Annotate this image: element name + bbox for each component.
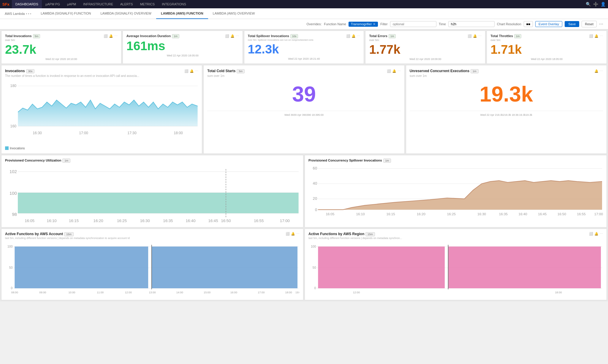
svg-text:17:00: 17:00 <box>594 212 603 216</box>
logo: SFx <box>2 2 10 7</box>
svg-text:16:05: 16:05 <box>326 212 334 216</box>
more-icon[interactable]: ⋯ <box>600 232 603 236</box>
svg-text:100: 100 <box>7 245 13 248</box>
copy-icon[interactable]: ⬜ <box>468 34 472 38</box>
svg-text:0: 0 <box>11 287 13 290</box>
function-name-label: Function Name <box>324 22 346 26</box>
bell-icon[interactable]: 🔔 <box>190 69 194 73</box>
copy-icon[interactable]: ⬜ <box>225 34 229 38</box>
time-input[interactable] <box>448 21 495 27</box>
nav-alerts[interactable]: ALERTS <box>117 0 137 8</box>
svg-text:16:40: 16:40 <box>186 219 195 223</box>
svg-text:12:00: 12:00 <box>353 291 360 294</box>
nav-uapm-pg[interactable]: µAPM PG <box>42 0 64 8</box>
svg-text:14:00: 14:00 <box>176 291 183 294</box>
svg-text:10:00: 10:00 <box>68 291 75 294</box>
svg-text:12:00: 12:00 <box>125 291 132 294</box>
reset-button[interactable]: Reset <box>582 21 597 27</box>
copy-icon[interactable]: ⬜ <box>589 34 593 38</box>
copy-icon[interactable]: ⬜ <box>184 69 189 73</box>
save-button[interactable]: Save <box>565 21 579 27</box>
svg-text:16:15: 16:15 <box>387 212 395 216</box>
filter-input[interactable] <box>390 21 436 27</box>
more-icon[interactable]: ⋯ <box>398 69 401 73</box>
svg-text:16:40: 16:40 <box>519 212 528 216</box>
nav-uapm[interactable]: µAPM <box>64 0 80 8</box>
tab-lambda-sfx-overview[interactable]: LAMBDA (SIGNALFX) OVERVIEW <box>96 8 156 19</box>
tab-lambda-sfx-function[interactable]: LAMBDA (SIGNALFX) FUNCTION <box>36 8 96 19</box>
nav-dashboards[interactable]: DASHBOARDS <box>12 0 42 8</box>
bell-icon[interactable]: 🔔 <box>109 34 113 38</box>
search-icon[interactable]: 🔍 <box>586 2 591 7</box>
svg-text:16:20: 16:20 <box>417 212 426 216</box>
function-tag[interactable]: Transmogrifier ✕ <box>349 22 378 27</box>
nav-metrics[interactable]: METRICS <box>137 0 159 8</box>
nav-integrations[interactable]: INTEGRATIONS <box>158 0 190 8</box>
tab-lambda-aws-function[interactable]: LAMBDA (AWS) FUNCTION <box>156 8 208 19</box>
svg-rect-53 <box>15 246 148 288</box>
prov-util-svg: 102 100 98 16:05 16:10 16:15 16:20 16:25… <box>5 164 300 223</box>
add-icon[interactable]: ➕ <box>593 2 598 7</box>
bell-icon[interactable]: 🔔 <box>473 34 477 38</box>
legend-label: Invocations <box>10 147 25 150</box>
top-nav: SFx DASHBOARDS µAPM PG µAPM INFRASTRUCTU… <box>0 0 608 8</box>
dashboard: Total Invocations5m ⬜ 🔔 ⋯ over 5m: 23.7k… <box>0 29 608 301</box>
more-icon[interactable]: ⋯ <box>357 34 360 38</box>
event-overlay-button[interactable]: Event Overlay <box>535 21 562 27</box>
more-options-icon[interactable]: ⋯ <box>599 22 603 26</box>
svg-text:17:00: 17:00 <box>79 131 88 135</box>
bell-icon[interactable]: 🔔 <box>594 232 598 236</box>
spillover-value: 12.3k <box>248 42 360 56</box>
copy-icon[interactable]: ⬜ <box>346 34 350 38</box>
svg-text:16:25: 16:25 <box>447 212 456 216</box>
bell-icon[interactable]: 🔔 <box>392 69 396 73</box>
svg-text:08:00: 08:00 <box>11 291 18 294</box>
more-icon[interactable]: ⋯ <box>600 34 603 38</box>
function-tag-text: Transmogrifier <box>351 22 372 26</box>
chart-res-control[interactable]: ■■ <box>524 21 533 27</box>
svg-text:180: 180 <box>10 84 17 88</box>
svg-text:50: 50 <box>9 266 13 269</box>
more-icon[interactable]: ⋯ <box>195 69 198 73</box>
svg-text:16:45: 16:45 <box>538 212 547 216</box>
errors-value: 1.77k <box>369 43 482 56</box>
bell-icon[interactable]: 🔔 <box>594 69 598 73</box>
more-icon[interactable]: ⋯ <box>478 34 482 38</box>
nav-infrastructure[interactable]: INFRASTRUCTURE <box>80 0 117 8</box>
user-icon[interactable]: 👤 <box>601 2 606 7</box>
bell-icon[interactable]: 🔔 <box>352 34 356 38</box>
more-icon[interactable]: ⋯ <box>236 34 239 38</box>
more-icon[interactable]: ⋯ <box>600 69 603 73</box>
svg-text:11:00: 11:00 <box>97 291 104 294</box>
svg-text:16:20: 16:20 <box>94 219 103 223</box>
bell-icon[interactable]: 🔔 <box>594 34 598 38</box>
svg-text:16:15: 16:15 <box>69 219 79 223</box>
svg-rect-75 <box>448 246 601 288</box>
tab-lambda-aws-overview[interactable]: LAMBDA (AWS) OVERVIEW <box>208 8 260 19</box>
active-account-svg: 100 50 0 08:00 09:00 10:00 11:00 12:00 1… <box>5 241 300 296</box>
copy-icon[interactable]: ⬜ <box>104 34 108 38</box>
copy-icon[interactable]: ⬜ <box>387 69 391 73</box>
svg-text:18:00: 18:00 <box>555 291 562 294</box>
svg-text:16:45: 16:45 <box>208 219 218 223</box>
svg-text:20: 20 <box>313 196 317 201</box>
unreserved-card: Unreserved Concurrent Executions1m 🔔 ⋯ s… <box>406 65 607 154</box>
time-label: Time <box>439 22 446 26</box>
bell-icon[interactable]: 🔔 <box>230 34 235 38</box>
brand-label: AWS Lambda • • • <box>5 12 31 15</box>
prov-spillover-card: Provisioned Concurrency Spillover Invoca… <box>305 155 607 227</box>
more-icon[interactable]: ⋯ <box>296 232 300 236</box>
more-icon[interactable]: ⋯ <box>114 34 118 38</box>
function-tag-close[interactable]: ✕ <box>373 22 376 26</box>
svg-text:98: 98 <box>12 212 17 217</box>
copy-icon[interactable]: ⬜ <box>286 232 290 236</box>
copy-icon[interactable]: ⬜ <box>589 232 593 236</box>
bell-icon[interactable]: 🔔 <box>291 232 295 236</box>
svg-text:16:35: 16:35 <box>163 219 173 223</box>
svg-text:160: 160 <box>10 124 17 128</box>
svg-text:15:00: 15:00 <box>204 291 210 294</box>
svg-text:16:10: 16:10 <box>47 219 57 223</box>
top-nav-items: DASHBOARDS µAPM PG µAPM INFRASTRUCTURE A… <box>12 0 190 8</box>
svg-text:100: 100 <box>311 245 316 248</box>
active-region-card: Active Functions by AWS Region15m ⬜ 🔔 ⋯ … <box>305 229 607 300</box>
